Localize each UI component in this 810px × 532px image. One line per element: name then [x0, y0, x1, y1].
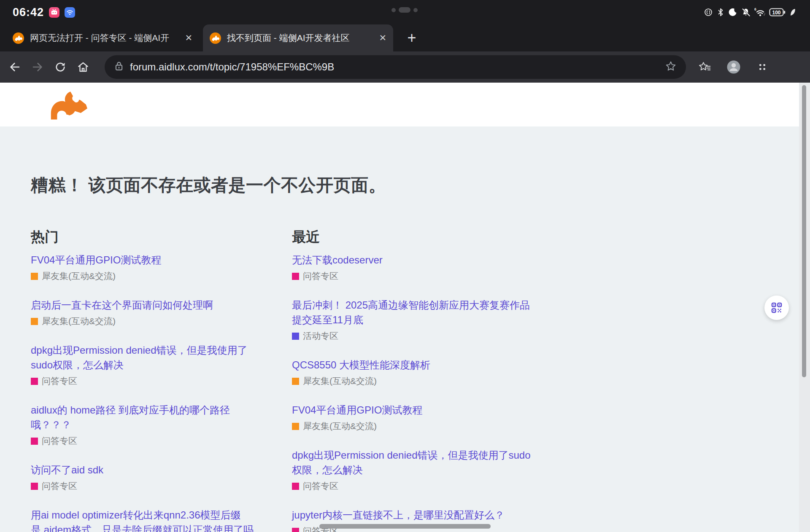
topic-category: 犀友集(互动&交流) — [31, 270, 264, 282]
category-label: 犀友集(互动&交流) — [42, 270, 116, 282]
category-label: 问答专区 — [42, 375, 77, 387]
category-badge — [31, 318, 38, 325]
category-label: 问答专区 — [303, 480, 338, 492]
horizontal-scrollbar[interactable] — [319, 524, 491, 529]
topic-list: 无法下载codeserver 问答专区 最后冲刺！ 2025高通边缘智能创新应用… — [292, 253, 537, 532]
back-button[interactable] — [3, 56, 26, 78]
page-content: 糟糕！ 该页面不存在或者是一个不公开页面。 热门 FV04平台通用GPIO测试教… — [0, 126, 810, 532]
topic-link[interactable]: 启动后一直卡在这个界面请问如何处理啊 — [31, 298, 264, 312]
wifi-generation: 6 — [754, 7, 756, 11]
site-header — [0, 83, 810, 126]
tab-not-found-page[interactable]: 找不到页面 - 端侧AI开发者社区 ✕ — [203, 24, 393, 51]
topic-category: 问答专区 — [31, 375, 264, 387]
url-text[interactable]: forum.aidlux.com/t/topic/71958%EF%BC%9B — [130, 61, 665, 73]
home-button[interactable] — [72, 56, 94, 78]
reload-button[interactable] — [49, 56, 72, 78]
category-badge — [31, 483, 38, 490]
category-badge — [31, 273, 38, 280]
category-label: 犀友集(互动&交流) — [42, 315, 116, 327]
battery-level: 100 — [772, 10, 780, 16]
topic-link[interactable]: 最后冲刺！ 2025高通边缘智能创新应用大赛复赛作品提交延至11月底 — [292, 298, 537, 327]
topic-item: 用ai model optimizer转化出来qnn2.36模型后缀是.aide… — [31, 508, 264, 532]
topic-link[interactable]: dpkg出现Permission denied错误，但是我使用了sudo权限，怎… — [292, 448, 537, 477]
topic-category: 犀友集(互动&交流) — [292, 420, 537, 432]
topic-category: 问答专区 — [31, 480, 264, 492]
topic-item: dpkg出现Permission denied错误，但是我使用了sudo权限，怎… — [292, 448, 537, 492]
category-badge — [292, 528, 299, 532]
topic-item: FV04平台通用GPIO测试教程 犀友集(互动&交流) — [31, 253, 264, 282]
qr-code-fab[interactable] — [764, 296, 789, 320]
category-badge — [292, 423, 299, 430]
wifi-app-notification-icon — [65, 7, 75, 18]
browser-toolbar: forum.aidlux.com/t/topic/71958%EF%BC%9B — [0, 51, 810, 83]
category-badge — [292, 273, 299, 280]
tab-title: 网页无法打开 - 问答专区 - 端侧AI开 — [30, 32, 180, 44]
do-not-disturb-moon-icon — [728, 8, 737, 17]
topic-item: FV04平台通用GPIO测试教程 犀友集(互动&交流) — [292, 403, 537, 432]
new-tab-button[interactable]: + — [402, 28, 422, 48]
column-header: 热门 — [31, 228, 264, 247]
power-save-leaf-icon — [790, 8, 796, 16]
topic-link[interactable]: jupyter内核一直链接不上，是哪里没配置好么？ — [292, 508, 537, 522]
battery-icon: 100 — [769, 7, 786, 17]
clock: 06:42 — [13, 6, 44, 19]
wifi-icon: 6 — [754, 7, 765, 17]
topic-item: QCS8550 大模型性能深度解析 犀友集(互动&交流) — [292, 357, 537, 387]
topic-columns: 热门 FV04平台通用GPIO测试教程 犀友集(互动&交流) 启动后一直卡在这个… — [31, 228, 810, 532]
aidlux-logo[interactable] — [46, 88, 89, 121]
category-label: 问答专区 — [42, 435, 77, 447]
app-notification-icon — [49, 7, 59, 18]
vertical-scrollbar[interactable] — [802, 85, 806, 377]
tab-title: 找不到页面 - 端侧AI开发者社区 — [227, 32, 374, 44]
category-badge — [31, 378, 38, 385]
topic-link[interactable]: dpkg出现Permission denied错误，但是我使用了sudo权限，怎… — [31, 343, 264, 372]
bookmarks-list-icon[interactable] — [694, 56, 716, 78]
topic-category: 犀友集(互动&交流) — [292, 375, 537, 387]
topic-link[interactable]: FV04平台通用GPIO测试教程 — [31, 253, 264, 267]
qr-code-icon — [771, 302, 783, 314]
topic-link[interactable]: aidlux的 home路径 到底对应手机的哪个路径哦？？？ — [31, 403, 264, 432]
column-header: 最近 — [292, 228, 537, 247]
screen: 06:42 6 — [0, 0, 810, 532]
category-label: 问答专区 — [303, 270, 338, 282]
tab-strip: 网页无法打开 - 问答专区 - 端侧AI开 ✕ 找不到页面 - 端侧AI开发者社… — [0, 24, 810, 51]
category-label: 犀友集(互动&交流) — [303, 375, 377, 387]
topic-link[interactable]: QCS8550 大模型性能深度解析 — [292, 357, 537, 372]
tab-error-page[interactable]: 网页无法打开 - 问答专区 - 端侧AI开 ✕ — [6, 24, 199, 51]
topic-item: 最后冲刺！ 2025高通边缘智能创新应用大赛复赛作品提交延至11月底 活动专区 — [292, 298, 537, 342]
profile-avatar[interactable] — [722, 56, 745, 78]
category-badge — [292, 333, 299, 340]
topic-link[interactable]: FV04平台通用GPIO测试教程 — [292, 403, 537, 417]
category-badge — [292, 483, 299, 490]
topic-category: 活动专区 — [292, 330, 537, 342]
category-badge — [31, 438, 38, 445]
camera-punch-hole — [392, 7, 418, 13]
bluetooth-icon — [717, 8, 724, 17]
topic-item: dpkg出现Permission denied错误，但是我使用了sudo权限，怎… — [31, 343, 264, 387]
lock-icon[interactable] — [114, 61, 124, 73]
tab-close-icon[interactable]: ✕ — [379, 33, 386, 43]
topic-list: FV04平台通用GPIO测试教程 犀友集(互动&交流) 启动后一直卡在这个界面请… — [31, 253, 264, 532]
topic-link[interactable]: 访问不了aid sdk — [31, 462, 264, 477]
forward-button[interactable] — [26, 56, 49, 78]
tab-close-icon[interactable]: ✕ — [185, 33, 192, 43]
topic-link[interactable]: 无法下载codeserver — [292, 253, 537, 267]
topic-item: 启动后一直卡在这个界面请问如何处理啊 犀友集(互动&交流) — [31, 298, 264, 327]
topic-item: 无法下载codeserver 问答专区 — [292, 253, 537, 282]
category-badge — [292, 378, 299, 385]
hot-topics-column: 热门 FV04平台通用GPIO测试教程 犀友集(互动&交流) 启动后一直卡在这个… — [31, 228, 264, 532]
address-bar[interactable]: forum.aidlux.com/t/topic/71958%EF%BC%9B — [105, 55, 686, 79]
bookmark-star-icon[interactable] — [665, 60, 677, 74]
topic-category: 犀友集(互动&交流) — [31, 315, 264, 327]
topic-category: 问答专区 — [292, 480, 537, 492]
notifications-off-icon — [741, 8, 751, 17]
category-label: 犀友集(互动&交流) — [303, 420, 377, 432]
topic-category: 问答专区 — [31, 435, 264, 447]
aidlux-favicon — [13, 32, 24, 44]
topic-link[interactable]: 用ai model optimizer转化出来qnn2.36模型后缀是.aide… — [31, 508, 264, 532]
aidlux-favicon — [210, 32, 221, 44]
menu-dots-icon[interactable] — [751, 56, 774, 78]
error-heading: 糟糕！ 该页面不存在或者是一个不公开页面。 — [31, 174, 810, 197]
topic-item: aidlux的 home路径 到底对应手机的哪个路径哦？？？ 问答专区 — [31, 403, 264, 447]
eye-protection-icon — [704, 8, 713, 17]
